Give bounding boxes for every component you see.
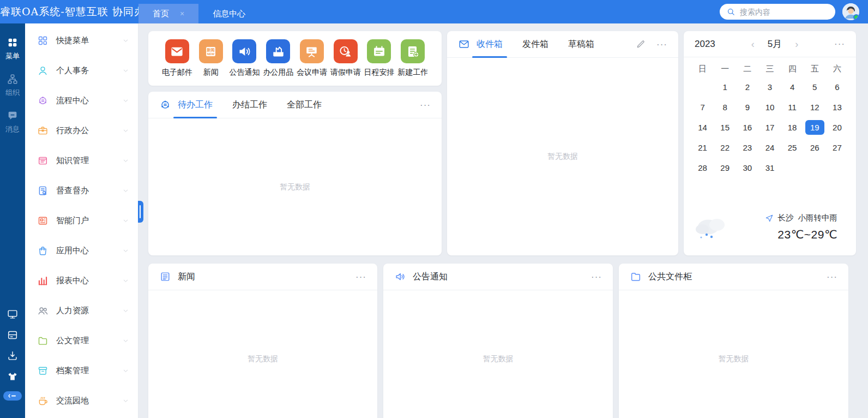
- calendar-day[interactable]: 5: [804, 80, 826, 94]
- calendar-day[interactable]: 7: [691, 100, 714, 115]
- sidebar-item-documents[interactable]: 公文管理: [25, 326, 138, 356]
- calendar-day[interactable]: 4: [781, 80, 804, 94]
- sidebar-item-archives[interactable]: 档案管理: [25, 356, 138, 386]
- news-more-button[interactable]: ···: [355, 272, 366, 282]
- quick-app-label: 会议申请: [297, 68, 327, 77]
- search-input[interactable]: [740, 8, 839, 16]
- pencil-icon[interactable]: [636, 39, 646, 49]
- avatar[interactable]: [842, 3, 859, 20]
- calendar-day[interactable]: 24: [758, 140, 781, 155]
- expand-pill-icon: [8, 393, 17, 398]
- calendar-day[interactable]: 17: [758, 120, 781, 135]
- rail-bottom-download-button[interactable]: [7, 350, 19, 362]
- sidebar-item-knowledge[interactable]: 知识管理: [25, 146, 138, 176]
- chevron-down-icon: [122, 337, 129, 344]
- calendar-day[interactable]: 11: [781, 100, 804, 115]
- calendar-more-button[interactable]: ···: [834, 39, 845, 49]
- quick-app-label: 日程安排: [364, 68, 394, 77]
- calendar-day[interactable]: 14: [691, 120, 714, 135]
- mail-tab-2[interactable]: 草稿箱: [568, 31, 594, 57]
- calendar-day[interactable]: 8: [714, 100, 736, 115]
- calendar-day[interactable]: 29: [714, 160, 736, 175]
- quick-app-news[interactable]: 新闻NEW新闻: [194, 39, 228, 77]
- leave-tile: [334, 39, 358, 63]
- rail-item-org[interactable]: 组织: [5, 73, 20, 98]
- work-tab-1[interactable]: 办结工作: [232, 92, 267, 118]
- sidebar-item-label: 交流园地: [56, 396, 89, 406]
- tab-label: 首页: [153, 9, 169, 19]
- calendar-day[interactable]: 18: [781, 120, 804, 135]
- calendar-day[interactable]: 3: [758, 80, 781, 94]
- calendar-day[interactable]: 23: [736, 140, 758, 155]
- calendar-day[interactable]: 21: [691, 140, 714, 155]
- calendar-day[interactable]: 12: [804, 100, 826, 115]
- theme-shirt-icon: [7, 371, 19, 383]
- sidebar-item-label: 报表中心: [56, 276, 89, 286]
- sidebar-item-app-center[interactable]: 应用中心: [25, 236, 138, 266]
- calendar-day[interactable]: 30: [736, 160, 758, 175]
- calendar-day[interactable]: 1: [714, 80, 736, 94]
- calendar-day[interactable]: 9: [736, 100, 758, 115]
- rail-bottom-card-button[interactable]: [7, 329, 19, 341]
- calendar-day[interactable]: 31: [758, 160, 781, 175]
- calendar-next-button[interactable]: ›: [795, 39, 798, 49]
- quick-app-schedule[interactable]: 日程安排: [363, 39, 396, 77]
- sidebar-item-hr[interactable]: 人力资源: [25, 296, 138, 326]
- calendar-day[interactable]: 28: [691, 160, 714, 175]
- calendar-panel: 2023 ‹ 5月 › ··· 日一二三四五六12345678910111213…: [684, 31, 856, 255]
- quick-app-email[interactable]: 电子邮件: [160, 39, 194, 77]
- calendar-day[interactable]: 6: [826, 80, 848, 94]
- quick-app-supplies[interactable]: 办公用品: [261, 39, 295, 77]
- sidebar-item-label: 人力资源: [56, 306, 89, 316]
- rail-top-items: 菜单组织消息: [5, 37, 20, 146]
- calendar-prev-button[interactable]: ‹: [751, 39, 755, 49]
- sidebar-item-personal[interactable]: 个人事务: [25, 56, 138, 86]
- calendar-day[interactable]: 26: [804, 140, 826, 155]
- calendar-weekday: 四: [781, 64, 804, 74]
- sidebar-item-reports[interactable]: 报表中心: [25, 266, 138, 296]
- quick-app-label: 公告通知: [229, 68, 260, 77]
- quick-app-new-task[interactable]: 新建工作: [396, 39, 430, 77]
- header-tab-info-center[interactable]: 信息中心: [198, 4, 260, 23]
- cabinet-icon: [630, 271, 642, 283]
- work-more-button[interactable]: ···: [420, 100, 431, 110]
- header-tab-home[interactable]: 首页×: [138, 4, 198, 23]
- mail-tab-0[interactable]: 收件箱: [477, 31, 503, 57]
- rail-item-menu[interactable]: 菜单: [5, 37, 20, 61]
- work-tab-2[interactable]: 全部工作: [287, 92, 322, 118]
- mail-more-button[interactable]: ···: [656, 40, 667, 49]
- sidebar-item-quick-menu[interactable]: 快捷菜单: [25, 26, 138, 56]
- expand-pill-button[interactable]: [3, 391, 22, 401]
- sidebar-item-inspect[interactable]: 督查督办: [25, 176, 138, 206]
- calendar-day[interactable]: 13: [826, 100, 848, 115]
- calendar-day[interactable]: 2: [736, 80, 758, 94]
- quick-app-leave[interactable]: 请假申请: [329, 39, 363, 77]
- folder-icon: [37, 335, 49, 347]
- search-box[interactable]: [720, 4, 835, 20]
- calendar-day[interactable]: 25: [781, 140, 804, 155]
- sidebar-item-portal[interactable]: 智能门户: [25, 206, 138, 236]
- calendar-day[interactable]: 10: [758, 100, 781, 115]
- announcement-more-button[interactable]: ···: [591, 272, 602, 282]
- calendar-day[interactable]: 22: [714, 140, 736, 155]
- mail-tab-1[interactable]: 发件箱: [522, 31, 548, 57]
- cabinet-more-button[interactable]: ···: [827, 272, 837, 282]
- sidebar-item-admin-office[interactable]: 行政办公: [25, 116, 138, 146]
- sidebar-collapse-handle[interactable]: [138, 201, 143, 223]
- tab-close-icon[interactable]: ×: [180, 9, 184, 18]
- rail-bottom-monitor-button[interactable]: [7, 308, 19, 320]
- sidebar-item-label: 档案管理: [56, 366, 89, 376]
- work-tab-0[interactable]: 待办工作: [178, 92, 213, 118]
- sidebar-item-forum[interactable]: 交流园地: [25, 386, 138, 416]
- sidebar-item-label: 智能门户: [56, 216, 89, 226]
- quick-app-meeting[interactable]: 会议申请: [295, 39, 329, 77]
- quick-app-announcement[interactable]: 公告通知: [228, 39, 262, 77]
- calendar-day[interactable]: 27: [826, 140, 848, 155]
- calendar-day[interactable]: 15: [714, 120, 736, 135]
- calendar-day-selected[interactable]: 19: [805, 120, 824, 135]
- calendar-day[interactable]: 20: [826, 120, 848, 135]
- calendar-day[interactable]: 16: [736, 120, 758, 135]
- rail-item-message[interactable]: 消息: [5, 110, 20, 134]
- rail-bottom-theme-button[interactable]: [7, 371, 19, 383]
- sidebar-item-workflow[interactable]: 流程中心: [25, 86, 138, 116]
